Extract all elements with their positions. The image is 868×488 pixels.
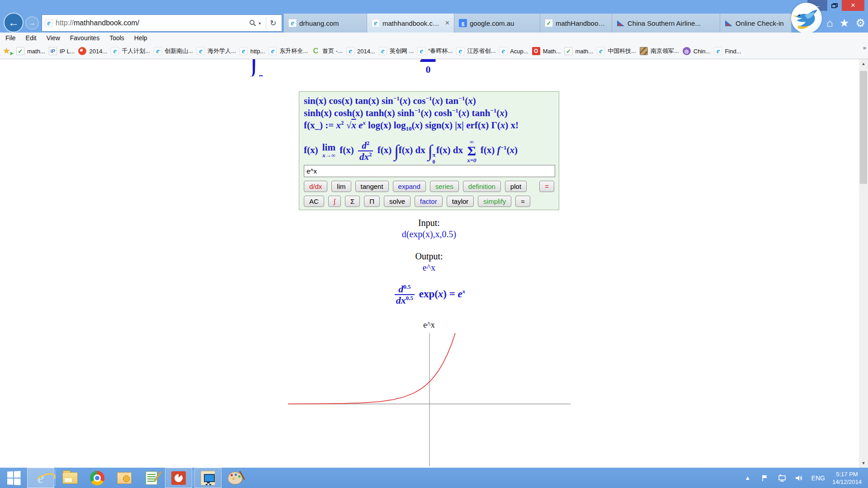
favorite-item[interactable]: e江苏省创...	[456, 47, 495, 55]
system-tray: ▲ ENG 5:17 PM 14/12/2014	[743, 470, 868, 486]
definition-button[interactable]: definition	[463, 181, 501, 192]
favorite-item[interactable]: ✓math...	[564, 47, 593, 55]
favorites-star-icon[interactable]: ★	[840, 16, 849, 30]
tab-strip: e drhuang.com e mathhandbook.com × g goo…	[283, 14, 792, 33]
taskbar-paint[interactable]	[222, 468, 249, 488]
network-icon[interactable]	[777, 473, 787, 483]
taskbar-file-explorer[interactable]	[57, 468, 84, 488]
favorite-item[interactable]: iPIP L...	[49, 47, 75, 55]
clock[interactable]: 5:17 PM 14/12/2014	[832, 470, 862, 486]
favorite-item[interactable]: 2014...	[78, 47, 107, 55]
page-scrollbar[interactable]: ▲ ▼	[859, 59, 868, 468]
clipped-sum-formula: Σ 0	[416, 59, 440, 77]
url-text[interactable]: http://mathhandbook.com/	[56, 19, 247, 27]
favorite-item[interactable]: e千人计划...	[111, 47, 150, 55]
taskbar-powerpoint[interactable]	[165, 468, 192, 488]
series-button[interactable]: series	[430, 181, 459, 192]
expand-button[interactable]: expand	[393, 181, 426, 192]
close-button[interactable]: ×	[842, 0, 864, 11]
solve-button[interactable]: solve	[384, 196, 410, 207]
add-favorite-button[interactable]: ★➤	[3, 47, 13, 56]
forward-button[interactable]: →	[25, 16, 39, 30]
taskbar-display-app[interactable]	[194, 468, 222, 488]
favorite-item[interactable]: e“春晖杯...	[417, 47, 453, 55]
favorite-item[interactable]: e东升杯全...	[269, 47, 308, 55]
action-center-flag-icon[interactable]	[760, 473, 770, 483]
search-icon[interactable]	[247, 16, 259, 30]
tab-close-icon[interactable]: ×	[445, 19, 449, 27]
menu-edit[interactable]: Edit	[26, 34, 37, 42]
plot-button[interactable]: plot	[505, 181, 527, 192]
output-label: Output:	[299, 251, 559, 262]
sum-button[interactable]: Σ	[345, 196, 360, 207]
taskbar-chrome[interactable]	[84, 468, 111, 488]
favorite-item[interactable]: e创新南山...	[154, 47, 193, 55]
simplify-button[interactable]: simplify	[478, 196, 511, 207]
language-indicator[interactable]: ENG	[811, 474, 825, 482]
taskbar-mail[interactable]	[111, 468, 138, 488]
favorite-item[interactable]: e海外学人...	[197, 47, 236, 55]
favorite-item[interactable]: 南京领军...	[640, 47, 679, 55]
favorite-item[interactable]: eFind...	[714, 47, 741, 55]
favorite-item[interactable]: C首页 -...	[311, 47, 343, 55]
lim-button[interactable]: lim	[331, 181, 351, 192]
factor-button[interactable]: factor	[415, 196, 443, 207]
favorite-item[interactable]: e2014...	[346, 47, 375, 55]
bird-logo	[791, 3, 822, 33]
show-hidden-icons-button[interactable]: ▲	[743, 473, 753, 483]
approx-button[interactable]: ≈	[515, 196, 530, 207]
calculus-operators-row[interactable]: f(x) limx→∞ f(x) d2dx2 f(x) ∫f(x) dx ∫π0…	[304, 135, 554, 161]
menu-view[interactable]: View	[47, 34, 60, 42]
taskbar: e ▲	[0, 468, 868, 488]
tab-drhuang[interactable]: e drhuang.com	[283, 14, 367, 33]
favorites-overflow-chevron[interactable]: »	[863, 44, 866, 51]
trig-functions-row[interactable]: sin(x) cos(x) tan(x) sin−1(x) cos−1(x) t…	[304, 95, 554, 107]
tab-mathhandbook-active[interactable]: e mathhandbook.com ×	[367, 14, 454, 33]
math-favicon: ✓	[16, 47, 24, 55]
integrate-button[interactable]: ∫	[328, 196, 341, 207]
home-icon[interactable]: ⌂	[826, 16, 833, 30]
mail-clock-icon	[117, 472, 132, 484]
plain-result: e^x	[299, 320, 559, 330]
volume-icon[interactable]	[794, 473, 804, 483]
scroll-up-arrow[interactable]: ▲	[859, 59, 868, 68]
favorite-item[interactable]: ✓math...	[16, 47, 45, 55]
equals-button[interactable]: =	[539, 181, 554, 192]
ac-button[interactable]: AC	[304, 196, 324, 207]
favorite-item[interactable]: eAcup...	[499, 47, 528, 55]
taskbar-internet-explorer[interactable]: e	[27, 468, 54, 488]
menu-file[interactable]: File	[5, 34, 16, 42]
scroll-down-arrow[interactable]: ▼	[859, 459, 868, 468]
start-button[interactable]	[0, 468, 27, 488]
misc-functions-row[interactable]: f(x_) := x2 √x ex log(x) log10(x) sign(x…	[304, 119, 554, 133]
menu-favourites[interactable]: Favourites	[70, 34, 99, 42]
product-button[interactable]: Π	[364, 196, 380, 207]
refresh-icon[interactable]: ↻	[267, 16, 279, 30]
favorite-item[interactable]: e中国科技...	[597, 47, 636, 55]
hyperbolic-functions-row[interactable]: sinh(x) cosh(x) tanh(x) sinh−1(x) cosh−1…	[304, 107, 554, 119]
scrollbar-thumb[interactable]	[860, 71, 867, 184]
tab-google[interactable]: g google.com.au	[454, 14, 540, 33]
taskbar-notepad[interactable]	[138, 468, 165, 488]
favorite-item[interactable]: ehttp...	[240, 47, 265, 55]
taskbar-divider	[193, 470, 193, 486]
menu-help[interactable]: Help	[134, 34, 147, 42]
ddx-button[interactable]: d/dx	[304, 181, 327, 192]
favorite-item[interactable]: ◎Chin...	[683, 47, 711, 55]
favorite-item[interactable]: e英创网 ...	[379, 47, 414, 55]
address-bar[interactable]: e http://mathhandbook.com/ ▾ ↻	[42, 14, 282, 32]
menu-tools[interactable]: Tools	[109, 34, 124, 42]
tangent-button[interactable]: tangent	[355, 181, 389, 192]
ie-favicon: e	[240, 47, 248, 55]
search-dropdown-caret[interactable]: ▾	[259, 21, 265, 26]
restore-button[interactable]	[828, 0, 841, 11]
tab-china-southern[interactable]: China Southern Airline...	[612, 14, 720, 33]
settings-gear-icon[interactable]: ⚙	[855, 16, 865, 30]
tab-online-checkin[interactable]: Online Check-in	[720, 14, 792, 33]
taylor-button[interactable]: taylor	[447, 196, 474, 207]
tab-mathhandbook2[interactable]: ✓ mathHandbook.com -...	[540, 14, 612, 33]
favorite-item[interactable]: OMath...	[532, 47, 561, 55]
expression-input[interactable]	[304, 165, 555, 177]
google-favicon: g	[459, 19, 467, 27]
back-button[interactable]: ←	[4, 13, 24, 33]
